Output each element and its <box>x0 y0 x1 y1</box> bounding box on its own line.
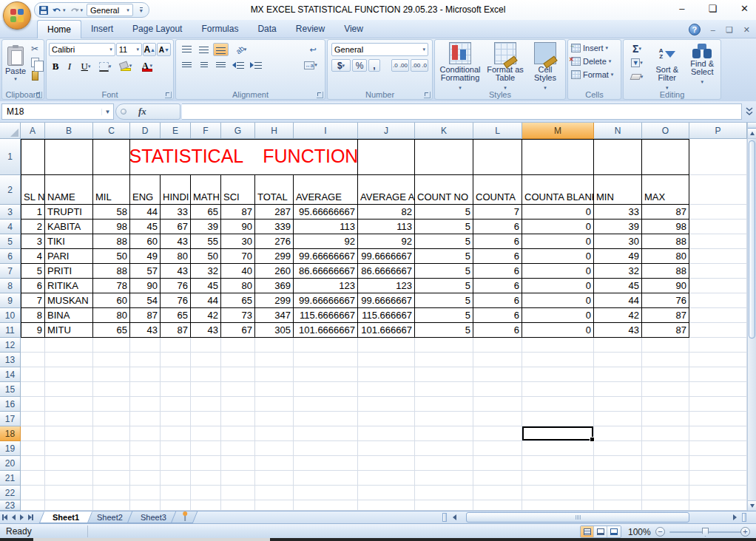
cell-G8[interactable]: 80 <box>221 279 255 293</box>
cell-O18[interactable] <box>642 426 689 441</box>
cell-B17[interactable] <box>45 412 93 426</box>
tab-insert[interactable]: Insert <box>81 20 123 38</box>
minimize-button[interactable]: – <box>679 3 684 14</box>
cell-L10[interactable]: 6 <box>473 308 522 323</box>
cell-O8[interactable]: 90 <box>642 279 689 293</box>
cell-C3[interactable]: 58 <box>93 205 130 220</box>
cell-K20[interactable] <box>415 456 473 471</box>
cell-M10[interactable]: 0 <box>522 308 594 323</box>
bottom-align-button[interactable] <box>213 43 229 56</box>
cell-I23[interactable] <box>294 500 358 511</box>
cell-G19[interactable] <box>221 441 255 456</box>
cell-G18[interactable] <box>221 426 255 441</box>
column-header-E[interactable]: E <box>161 123 191 139</box>
cell-N5[interactable]: 30 <box>594 234 642 249</box>
cell-C5[interactable]: 88 <box>93 234 130 249</box>
row-header-3[interactable]: 3 <box>0 205 21 220</box>
row-header-16[interactable]: 16 <box>0 397 21 412</box>
delete-cells-button[interactable]: Delete▾ <box>570 55 619 68</box>
cell-M22[interactable] <box>522 486 594 500</box>
cell-A1[interactable] <box>21 139 45 175</box>
cell-K21[interactable] <box>415 471 473 486</box>
cell-E23[interactable] <box>161 500 191 511</box>
cell-J23[interactable] <box>358 500 415 511</box>
cell-O20[interactable] <box>642 456 689 471</box>
cell-H18[interactable] <box>255 426 294 441</box>
row-header-22[interactable]: 22 <box>0 486 21 500</box>
cell-M7[interactable]: 0 <box>522 264 594 279</box>
fill-color-button[interactable]: ▾ <box>115 60 136 73</box>
cell-M12[interactable] <box>522 338 594 353</box>
cell-N2[interactable]: MIN <box>594 175 642 205</box>
tab-review[interactable]: Review <box>286 20 334 38</box>
cell-C1[interactable] <box>93 139 130 175</box>
cell-E19[interactable] <box>161 441 191 456</box>
cut-button[interactable]: ✂ <box>28 43 41 55</box>
row-header-6[interactable]: 6 <box>0 249 21 264</box>
cell-H2[interactable]: TOTAL <box>255 175 294 205</box>
help-button[interactable]: ? <box>689 24 701 35</box>
column-header-K[interactable]: K <box>415 123 473 139</box>
cell-B15[interactable] <box>45 382 93 397</box>
cell-L18[interactable] <box>473 426 522 441</box>
cell-J3[interactable]: 82 <box>358 205 415 220</box>
cell-G15[interactable] <box>221 382 255 397</box>
cell-J18[interactable] <box>358 426 415 441</box>
row-header-2[interactable]: 2 <box>0 175 21 205</box>
cell-O5[interactable]: 88 <box>642 234 689 249</box>
merge-center-button[interactable]: ↔a ▾ <box>300 58 322 72</box>
cell-J1[interactable] <box>358 139 415 175</box>
cell-P16[interactable] <box>689 397 747 412</box>
cell-N7[interactable]: 32 <box>594 264 642 279</box>
row-header-20[interactable]: 20 <box>0 456 21 471</box>
cell-L4[interactable]: 6 <box>473 220 522 234</box>
align-center-button[interactable] <box>196 58 212 72</box>
align-left-button[interactable] <box>179 58 195 72</box>
horizontal-split-handle[interactable] <box>742 513 746 522</box>
paste-dropdown-icon[interactable]: ▾ <box>14 76 17 82</box>
cell-E5[interactable]: 43 <box>161 234 191 249</box>
cell-A21[interactable] <box>21 471 45 486</box>
cell-L21[interactable] <box>473 471 522 486</box>
font-dialog-launcher[interactable] <box>165 92 172 98</box>
cell-M6[interactable]: 0 <box>522 249 594 264</box>
cell-F9[interactable]: 44 <box>191 293 221 308</box>
office-button[interactable] <box>3 1 31 30</box>
cell-B3[interactable]: TRUPTI <box>45 205 93 220</box>
cell-A18[interactable] <box>21 426 45 441</box>
cell-H9[interactable]: 299 <box>255 293 294 308</box>
cell-B19[interactable] <box>45 441 93 456</box>
cell-H4[interactable]: 339 <box>255 220 294 234</box>
cell-F6[interactable]: 50 <box>191 249 221 264</box>
cell-A5[interactable]: 3 <box>21 234 45 249</box>
cell-E3[interactable]: 33 <box>161 205 191 220</box>
column-header-A[interactable]: A <box>21 123 45 139</box>
cell-K6[interactable]: 5 <box>415 249 473 264</box>
row-header-4[interactable]: 4 <box>0 220 21 234</box>
decrease-decimal-button[interactable]: .00 .0 <box>411 59 428 72</box>
cell-F8[interactable]: 45 <box>191 279 221 293</box>
cell-O4[interactable]: 98 <box>642 220 689 234</box>
cell-D19[interactable] <box>130 441 161 456</box>
cell-O13[interactable] <box>642 353 689 367</box>
cell-I7[interactable]: 86.66666667 <box>294 264 358 279</box>
select-all-corner[interactable] <box>0 123 21 139</box>
cell-E7[interactable]: 43 <box>161 264 191 279</box>
format-as-table-button[interactable]: Format as Table ▾ <box>486 40 524 92</box>
cell-O14[interactable] <box>642 367 689 382</box>
cell-A10[interactable]: 8 <box>21 308 45 323</box>
cell-I21[interactable] <box>294 471 358 486</box>
cell-F4[interactable]: 39 <box>191 220 221 234</box>
cell-O21[interactable] <box>642 471 689 486</box>
wrap-text-button[interactable]: ↩ <box>304 43 322 56</box>
orientation-button[interactable]: ab ▾ <box>230 43 252 56</box>
copy-button[interactable] <box>28 56 41 68</box>
cell-K8[interactable]: 5 <box>415 279 473 293</box>
cell-N8[interactable]: 45 <box>594 279 642 293</box>
cell-H13[interactable] <box>255 353 294 367</box>
font-size-dropdown[interactable]: 11 ▾ <box>116 43 142 56</box>
cell-B6[interactable]: PARI <box>45 249 93 264</box>
cell-E2[interactable]: HINDI <box>161 175 191 205</box>
cell-E4[interactable]: 67 <box>161 220 191 234</box>
column-header-G[interactable]: G <box>221 123 255 139</box>
